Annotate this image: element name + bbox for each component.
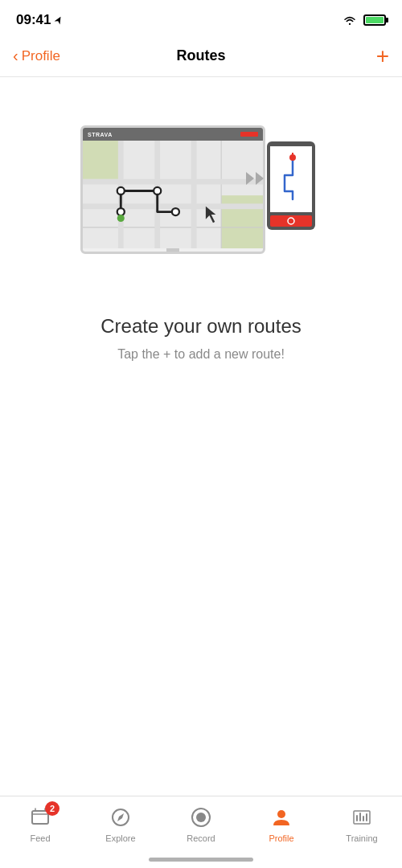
phone-bottom-bar bbox=[270, 215, 312, 227]
phone-home-icon bbox=[285, 217, 297, 225]
status-time: 09:41 bbox=[16, 12, 64, 28]
phone-map-svg bbox=[270, 146, 312, 212]
tab-item-record[interactable]: Record bbox=[169, 805, 233, 843]
svg-point-15 bbox=[117, 208, 125, 215]
map-svg bbox=[83, 141, 263, 248]
svg-point-17 bbox=[172, 208, 179, 215]
record-tab-label: Record bbox=[187, 833, 215, 843]
back-button[interactable]: ‹ Profile bbox=[13, 47, 60, 65]
empty-state-subtitle: Tap the + to add a new route! bbox=[117, 347, 285, 362]
tab-item-training[interactable]: Training bbox=[330, 805, 394, 843]
monitor: STRAVA bbox=[80, 125, 265, 254]
feed-icon-wrap: 2 bbox=[27, 805, 53, 830]
tab-item-explore[interactable]: Explore bbox=[88, 805, 153, 843]
explore-tab-label: Explore bbox=[105, 833, 135, 843]
profile-icon bbox=[270, 806, 293, 829]
transfer-arrows bbox=[246, 172, 264, 185]
svg-point-19 bbox=[117, 215, 125, 222]
svg-rect-14 bbox=[191, 141, 197, 248]
phone bbox=[267, 141, 315, 230]
record-icon-wrap bbox=[188, 805, 214, 830]
profile-icon-wrap bbox=[269, 805, 294, 830]
record-icon bbox=[190, 806, 212, 829]
home-bar bbox=[149, 858, 253, 862]
routes-illustration: STRAVA bbox=[72, 125, 330, 286]
svg-point-18 bbox=[117, 187, 125, 194]
status-bar: 09:41 bbox=[0, 0, 402, 35]
monitor-screen bbox=[83, 141, 263, 248]
training-tab-label: Training bbox=[346, 833, 377, 843]
monitor-toolbar: STRAVA bbox=[83, 128, 263, 141]
navigation-bar: ‹ Profile Routes + bbox=[0, 35, 402, 77]
page-title: Routes bbox=[176, 47, 225, 64]
svg-point-30 bbox=[196, 813, 206, 822]
svg-point-31 bbox=[277, 810, 285, 818]
location-icon bbox=[54, 15, 64, 25]
svg-marker-28 bbox=[117, 813, 124, 821]
svg-point-24 bbox=[288, 218, 294, 224]
explore-icon-wrap bbox=[108, 805, 133, 830]
training-icon bbox=[351, 806, 373, 829]
strava-logo: STRAVA bbox=[88, 132, 113, 137]
monitor-stand bbox=[166, 248, 179, 254]
feed-tab-label: Feed bbox=[30, 833, 50, 843]
explore-icon bbox=[109, 806, 132, 829]
svg-rect-10 bbox=[83, 179, 263, 185]
time-display: 09:41 bbox=[16, 12, 51, 28]
battery-icon bbox=[363, 14, 386, 26]
toolbar-accent bbox=[240, 132, 258, 137]
main-content: STRAVA bbox=[0, 77, 402, 796]
status-icons bbox=[343, 14, 386, 26]
back-chevron-icon: ‹ bbox=[13, 47, 18, 65]
profile-tab-label: Profile bbox=[269, 833, 293, 843]
feed-badge: 2 bbox=[45, 801, 59, 816]
wifi-icon bbox=[343, 14, 357, 26]
empty-state-title: Create your own routes bbox=[100, 315, 301, 338]
tab-item-profile[interactable]: Profile bbox=[249, 805, 314, 843]
add-route-button[interactable]: + bbox=[376, 45, 389, 68]
svg-rect-2 bbox=[221, 195, 263, 248]
training-icon-wrap bbox=[349, 805, 375, 830]
phone-screen bbox=[270, 146, 312, 212]
svg-point-16 bbox=[154, 187, 161, 194]
svg-rect-1 bbox=[83, 141, 121, 182]
tab-item-feed[interactable]: 2 Feed bbox=[8, 805, 72, 843]
back-label: Profile bbox=[22, 48, 60, 64]
